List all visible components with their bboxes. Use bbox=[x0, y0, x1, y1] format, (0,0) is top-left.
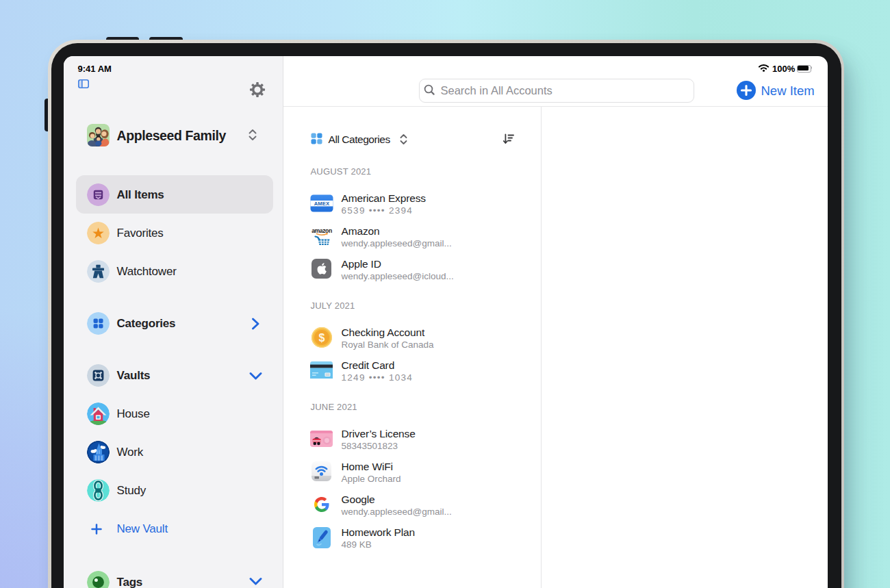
svg-text:$: $ bbox=[318, 331, 325, 343]
svg-text:AMEX: AMEX bbox=[314, 201, 329, 207]
svg-text:amazon: amazon bbox=[312, 227, 332, 234]
